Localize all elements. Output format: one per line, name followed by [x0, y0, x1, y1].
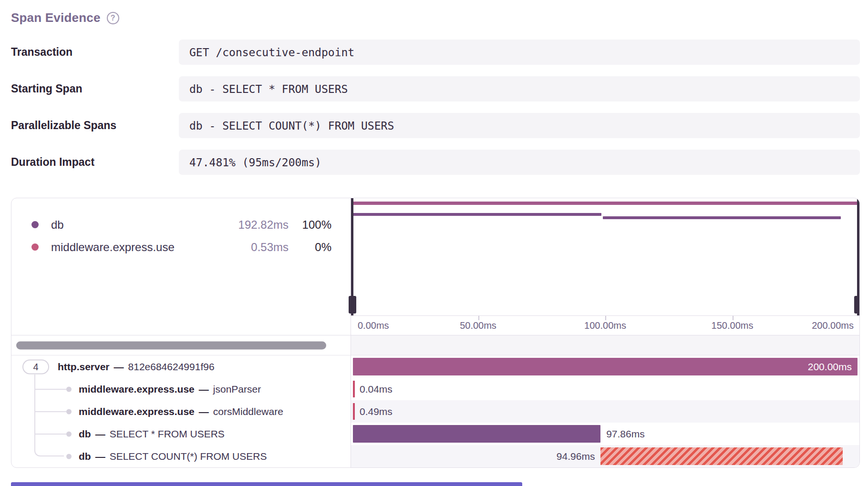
- tree-connector: [34, 445, 64, 456]
- span-separator: —: [95, 451, 105, 462]
- axis-tick-label: 50.00ms: [460, 320, 496, 331]
- minimap-bar-db-count: [603, 216, 841, 219]
- span-children-count-badge[interactable]: 4: [22, 359, 49, 374]
- span-title: middleware.express.use—corsMiddleware: [79, 406, 283, 417]
- field-value: db - SELECT * FROM USERS: [179, 76, 860, 101]
- legend-op-duration: 192.82ms: [227, 218, 289, 232]
- field-value: db - SELECT COUNT(*) FROM USERS: [179, 113, 860, 138]
- minimap-left-grip[interactable]: [349, 296, 356, 314]
- span-duration-label: 94.96ms: [557, 451, 595, 462]
- span-op: db: [79, 428, 91, 439]
- bottom-element-edge: [11, 482, 522, 486]
- minimap-right-handle[interactable]: [857, 198, 859, 315]
- span-separator: —: [199, 384, 209, 395]
- minimap-bar-db-select: [353, 213, 601, 216]
- span-separator: —: [95, 428, 105, 439]
- field-row-duration-impact: Duration Impact 47.481% (95ms/200ms): [11, 150, 860, 175]
- axis-tick-label: 200.00ms: [812, 320, 854, 331]
- horizontal-scrollbar-thumb[interactable]: [16, 341, 326, 349]
- span-title: http.server—812e684624991f96: [58, 361, 215, 373]
- field-label: Duration Impact: [11, 156, 179, 169]
- span-description: jsonParser: [213, 384, 261, 395]
- legend-op-name: db: [51, 218, 227, 232]
- span-row-jsonparser[interactable]: middleware.express.use—jsonParser 0.04ms: [11, 378, 859, 400]
- span-op: http.server: [58, 361, 110, 372]
- span-row-db-select[interactable]: db—SELECT * FROM USERS 97.86ms: [11, 423, 859, 445]
- span-bar-cell[interactable]: 200.00ms: [351, 355, 859, 378]
- span-tree-cell: db—SELECT * FROM USERS: [11, 423, 351, 445]
- span-ops-legend: db 192.82ms 100% middleware.express.use …: [11, 198, 351, 315]
- span-duration-bar: [353, 403, 355, 420]
- span-duration-label: 0.49ms: [360, 406, 393, 417]
- span-bar-cell[interactable]: 97.86ms: [351, 423, 859, 445]
- span-op: db: [79, 451, 91, 462]
- time-axis-spacer: [11, 315, 351, 335]
- span-title: db—SELECT COUNT(*) FROM USERS: [79, 451, 267, 462]
- span-duration-label: 200.00ms: [808, 361, 852, 373]
- trace-minimap[interactable]: [351, 198, 859, 315]
- legend-row-middleware: middleware.express.use 0.53ms 0%: [11, 236, 351, 258]
- span-bar-cell[interactable]: 0.04ms: [351, 378, 859, 400]
- span-separator: —: [199, 406, 209, 417]
- span-evidence-panel: Span Evidence ? Transaction GET /consecu…: [0, 0, 868, 486]
- tree-node-dot-icon: [66, 409, 72, 414]
- span-title: db—SELECT * FROM USERS: [79, 428, 225, 440]
- help-icon[interactable]: ?: [107, 12, 119, 24]
- span-duration-bar: [353, 381, 355, 397]
- span-title: middleware.express.use—jsonParser: [79, 384, 261, 395]
- tree-node-dot-icon: [66, 386, 72, 392]
- section-header: Span Evidence ?: [11, 10, 860, 25]
- span-duration-bar: 200.00ms: [353, 358, 858, 375]
- span-op: middleware.express.use: [79, 384, 195, 395]
- axis-tick-label: 0.00ms: [358, 320, 389, 331]
- page-title: Span Evidence: [11, 10, 101, 25]
- trace-view-header: db 192.82ms 100% middleware.express.use …: [11, 198, 859, 315]
- field-row-transaction: Transaction GET /consecutive-endpoint: [11, 40, 860, 65]
- trace-view-widget: db 192.82ms 100% middleware.express.use …: [11, 198, 860, 468]
- db-color-dot-icon: [31, 221, 39, 228]
- span-tree-cell: 4 http.server—812e684624991f96: [11, 355, 351, 378]
- span-description: SELECT * FROM USERS: [110, 428, 225, 439]
- span-row-corsmiddleware[interactable]: middleware.express.use—corsMiddleware 0.…: [11, 400, 859, 423]
- span-description: 812e684624991f96: [128, 361, 215, 372]
- minimap-bar-http-server: [353, 202, 858, 205]
- field-row-starting-span: Starting Span db - SELECT * FROM USERS: [11, 76, 860, 101]
- span-duration-bar-striped: [600, 447, 842, 465]
- time-axis: 0.00ms 50.00ms 100.00ms 150.00ms 200.00m…: [351, 315, 859, 335]
- field-row-parallelizable-spans: Parallelizable Spans db - SELECT COUNT(*…: [11, 113, 860, 138]
- tree-node-dot-icon: [66, 454, 72, 459]
- axis-tick-label: 150.00ms: [712, 320, 754, 331]
- span-bar-cell[interactable]: 94.96ms: [351, 445, 859, 467]
- span-duration-label: 0.04ms: [360, 384, 393, 395]
- span-bar-cell[interactable]: 0.49ms: [351, 400, 859, 423]
- field-label: Transaction: [11, 46, 179, 59]
- legend-op-percent: 0%: [289, 241, 331, 254]
- time-axis-row: 0.00ms 50.00ms 100.00ms 150.00ms 200.00m…: [11, 315, 859, 335]
- legend-op-duration: 0.53ms: [227, 241, 289, 254]
- minimap-right-grip[interactable]: [854, 296, 860, 314]
- minimap-left-handle[interactable]: [351, 198, 353, 315]
- span-row-http-server[interactable]: 4 http.server—812e684624991f96 200.00ms: [11, 355, 859, 378]
- scrollbar-row: [11, 335, 859, 355]
- scrollbar-track: [11, 335, 351, 355]
- middleware-color-dot-icon: [31, 243, 39, 251]
- span-separator: —: [114, 361, 124, 372]
- legend-row-db: db 192.82ms 100%: [11, 213, 351, 236]
- scrollbar-row-spacer: [351, 335, 859, 355]
- legend-op-percent: 100%: [289, 218, 331, 232]
- span-op: middleware.express.use: [79, 406, 195, 417]
- span-tree-cell: db—SELECT COUNT(*) FROM USERS: [11, 445, 351, 467]
- evidence-fields: Transaction GET /consecutive-endpoint St…: [11, 40, 860, 175]
- tree-node-dot-icon: [66, 431, 72, 436]
- axis-tick-label: 100.00ms: [584, 320, 626, 331]
- field-value: 47.481% (95ms/200ms): [179, 150, 860, 175]
- legend-op-name: middleware.express.use: [51, 241, 227, 254]
- field-label: Starting Span: [11, 82, 179, 95]
- span-tree: 4 http.server—812e684624991f96 200.00ms: [11, 355, 859, 467]
- field-value: GET /consecutive-endpoint: [179, 40, 860, 65]
- tree-connector: [35, 389, 66, 390]
- span-tree-cell: middleware.express.use—corsMiddleware: [11, 400, 351, 423]
- span-duration-bar: [353, 425, 600, 443]
- span-tree-cell: middleware.express.use—jsonParser: [11, 378, 351, 400]
- span-row-db-count[interactable]: db—SELECT COUNT(*) FROM USERS 94.96ms: [11, 445, 859, 467]
